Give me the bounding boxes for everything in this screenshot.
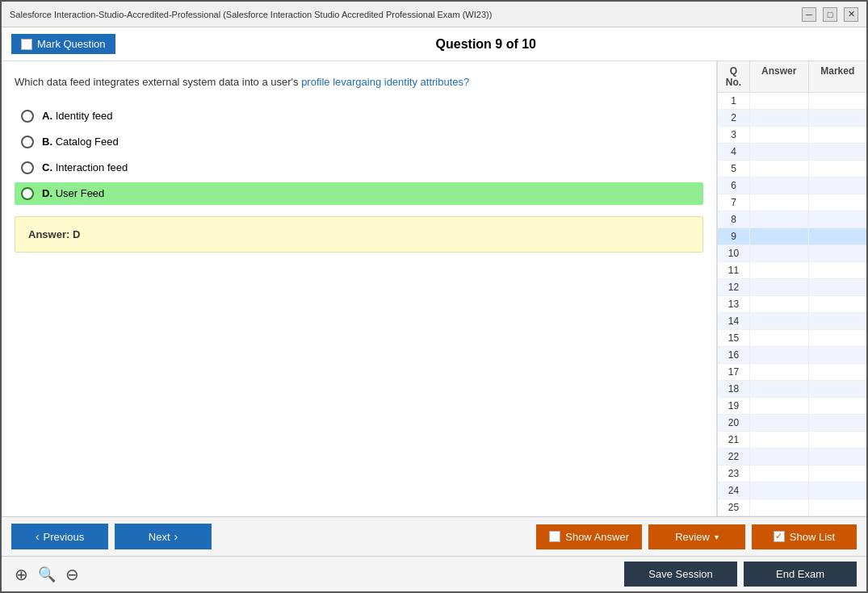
show-answer-checkbox-icon <box>549 531 560 542</box>
sidebar-row-17[interactable]: 17 <box>718 364 866 381</box>
q-answer-9 <box>750 228 809 244</box>
q-marked-17 <box>809 364 867 380</box>
zoom-in-button[interactable]: ⊕ <box>11 563 31 586</box>
sidebar-row-20[interactable]: 20 <box>718 415 866 432</box>
show-list-checkbox-icon <box>774 531 785 542</box>
sidebar-row-14[interactable]: 14 <box>718 313 866 330</box>
question-panel: Which data feed integrates external syst… <box>2 61 717 516</box>
sidebar-row-6[interactable]: 6 <box>718 177 866 194</box>
review-dropdown-icon: ▾ <box>715 532 719 541</box>
q-num-15: 15 <box>718 330 750 346</box>
q-marked-3 <box>809 127 867 143</box>
q-answer-10 <box>750 245 809 261</box>
q-num-16: 16 <box>718 347 750 363</box>
previous-button[interactable]: ‹ Previous <box>11 524 108 549</box>
option-b[interactable]: B. Catalog Feed <box>15 131 703 153</box>
q-num-3: 3 <box>718 127 750 143</box>
q-answer-4 <box>750 144 809 160</box>
previous-label: Previous <box>44 531 85 543</box>
show-answer-label: Show Answer <box>565 531 629 543</box>
option-d-letter: D. <box>42 187 56 199</box>
q-answer-19 <box>750 398 809 414</box>
sidebar-row-15[interactable]: 15 <box>718 330 866 347</box>
q-answer-24 <box>750 482 809 499</box>
question-text: Which data feed integrates external syst… <box>15 74 703 90</box>
zoom-controls: ⊕ 🔍 ⊖ <box>11 563 82 586</box>
radio-d <box>21 187 34 200</box>
sidebar-row-18[interactable]: 18 <box>718 381 866 398</box>
sidebar-row-13[interactable]: 13 <box>718 296 866 313</box>
sidebar-row-10[interactable]: 10 <box>718 245 866 262</box>
q-marked-9 <box>809 228 867 244</box>
question-text-before: Which data feed integrates external syst… <box>15 76 301 88</box>
minimize-button[interactable]: ─ <box>802 7 816 22</box>
option-a-letter: A. <box>42 110 56 122</box>
q-answer-16 <box>750 347 809 363</box>
q-marked-10 <box>809 245 867 261</box>
sidebar-row-21[interactable]: 21 <box>718 432 866 449</box>
show-answer-button[interactable]: Show Answer <box>536 524 642 549</box>
show-list-button[interactable]: Show List <box>752 524 857 549</box>
question-text-highlight: profile levargaing identity attributes? <box>301 76 469 88</box>
q-answer-25 <box>750 499 809 516</box>
mark-question-button[interactable]: Mark Question <box>11 34 115 54</box>
sidebar-row-11[interactable]: 11 <box>718 262 866 279</box>
option-c[interactable]: C. Interaction feed <box>15 157 703 179</box>
sidebar-row-5[interactable]: 5 <box>718 161 866 177</box>
q-num-17: 17 <box>718 364 750 380</box>
save-session-label: Save Session <box>648 568 713 580</box>
q-num-21: 21 <box>718 432 750 448</box>
q-num-2: 2 <box>718 110 750 126</box>
q-num-18: 18 <box>718 381 750 397</box>
q-answer-18 <box>750 381 809 397</box>
sidebar-row-24[interactable]: 24 <box>718 482 866 499</box>
sidebar-row-22[interactable]: 22 <box>718 449 866 466</box>
sidebar-row-3[interactable]: 3 <box>718 127 866 144</box>
q-marked-11 <box>809 262 867 278</box>
zoom-out-button[interactable]: ⊖ <box>62 563 82 586</box>
q-num-24: 24 <box>718 482 750 499</box>
q-marked-12 <box>809 279 867 295</box>
next-button[interactable]: Next › <box>115 524 212 549</box>
q-marked-25 <box>809 499 867 516</box>
main-area: Which data feed integrates external syst… <box>2 61 866 516</box>
q-answer-17 <box>750 364 809 380</box>
sidebar-row-19[interactable]: 19 <box>718 398 866 415</box>
sidebar-row-2[interactable]: 2 <box>718 110 866 127</box>
sidebar-row-16[interactable]: 16 <box>718 347 866 364</box>
zoom-reset-button[interactable]: 🔍 <box>35 564 59 585</box>
review-button[interactable]: Review ▾ <box>648 524 745 549</box>
maximize-button[interactable]: □ <box>823 7 837 22</box>
sidebar-row-25[interactable]: 25 <box>718 499 866 516</box>
q-answer-1 <box>750 93 809 109</box>
end-exam-button[interactable]: End Exam <box>744 562 857 587</box>
q-marked-5 <box>809 161 867 177</box>
q-num-13: 13 <box>718 296 750 312</box>
option-a[interactable]: A. Identity feed <box>15 105 703 127</box>
sidebar-row-4[interactable]: 4 <box>718 144 866 161</box>
close-button[interactable]: ✕ <box>844 7 858 22</box>
q-num-12: 12 <box>718 279 750 295</box>
q-num-5: 5 <box>718 161 750 177</box>
sidebar-row-1[interactable]: 1 <box>718 93 866 110</box>
sidebar-col-answer: Answer <box>750 61 809 92</box>
q-answer-20 <box>750 415 809 431</box>
sidebar-row-12[interactable]: 12 <box>718 279 866 296</box>
sidebar-col-qno: Q No. <box>718 61 750 92</box>
q-marked-4 <box>809 144 867 160</box>
answer-box: Answer: D <box>15 216 703 253</box>
option-d[interactable]: D. User Feed <box>15 182 703 205</box>
q-answer-21 <box>750 432 809 448</box>
bottom-bar-2: ⊕ 🔍 ⊖ Save Session End Exam <box>2 556 866 591</box>
sidebar-row-7[interactable]: 7 <box>718 194 866 211</box>
option-c-text: C. Interaction feed <box>42 161 128 173</box>
sidebar-row-23[interactable]: 23 <box>718 466 866 482</box>
mark-question-label: Mark Question <box>37 38 106 50</box>
sidebar-row-9[interactable]: 9 <box>718 228 866 245</box>
sidebar-col-marked: Marked <box>809 61 867 92</box>
save-session-button[interactable]: Save Session <box>624 562 737 587</box>
q-answer-14 <box>750 313 809 329</box>
q-marked-8 <box>809 211 867 228</box>
sidebar-row-8[interactable]: 8 <box>718 211 866 228</box>
q-marked-2 <box>809 110 867 126</box>
